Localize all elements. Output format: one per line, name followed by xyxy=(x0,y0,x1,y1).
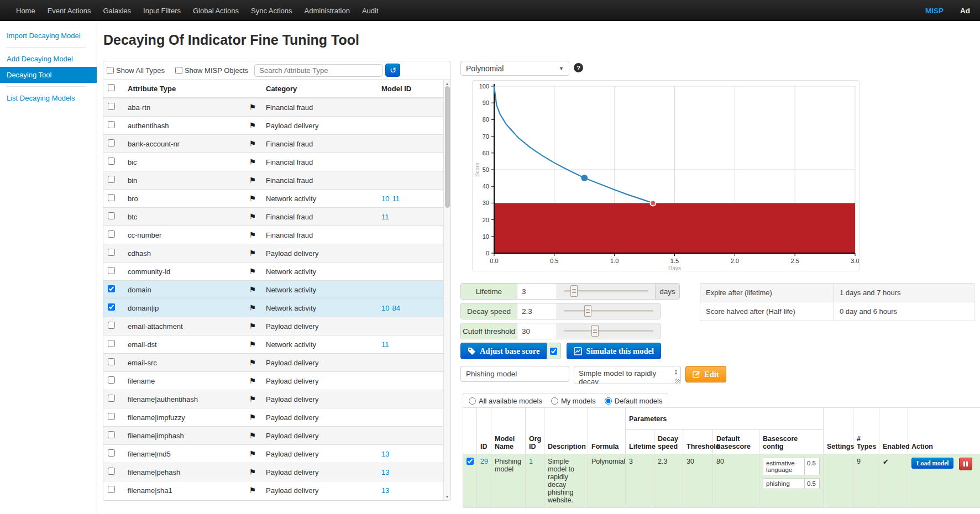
adjust-base-score-button[interactable]: Adjust base score xyxy=(460,343,547,359)
decay-chart[interactable]: 01020304050607080901000.00.51.01.52.02.5… xyxy=(473,81,859,271)
attribute-row-checkbox[interactable] xyxy=(108,139,115,146)
reset-filter-button[interactable]: ↺ xyxy=(385,64,400,77)
slider-handle[interactable] xyxy=(584,305,591,317)
attribute-row-checkbox[interactable] xyxy=(108,413,115,420)
model-id-link[interactable]: 11 xyxy=(381,340,389,349)
attribute-row[interactable]: btc⚑Financial fraud11 xyxy=(103,208,444,226)
attribute-row[interactable]: bic⚑Financial fraud xyxy=(103,153,444,171)
attribute-row[interactable]: community-id⚑Network activity xyxy=(103,263,444,281)
attribute-row[interactable]: aba-rtn⚑Financial fraud xyxy=(103,98,444,117)
model-id-link[interactable]: 13 xyxy=(381,468,389,476)
slider-value-input[interactable]: 3 xyxy=(517,284,557,299)
attribute-row-checkbox[interactable] xyxy=(108,468,115,475)
sidebar-item-add-decaying-model[interactable]: Add Decaying Model xyxy=(0,51,97,67)
slider-value-input[interactable]: 2.3 xyxy=(517,303,557,319)
attribute-row[interactable]: email-attachment⚑Payload delivery xyxy=(103,317,444,335)
model-tab-all-available-models[interactable]: All available models xyxy=(469,397,542,405)
nav-item-event-actions[interactable]: Event Actions xyxy=(41,7,97,15)
slider-value-input[interactable]: 30 xyxy=(517,323,557,339)
help-icon[interactable]: ? xyxy=(574,63,583,72)
attribute-row-checkbox[interactable] xyxy=(108,395,115,402)
attribute-row-checkbox[interactable] xyxy=(108,230,115,238)
attribute-row-checkbox[interactable] xyxy=(108,194,115,201)
attribute-row[interactable]: domain|ip⚑Network activity1084 xyxy=(103,299,444,317)
attribute-row-checkbox[interactable] xyxy=(108,212,115,219)
attribute-row-checkbox[interactable] xyxy=(108,376,115,384)
show-all-types-checkbox[interactable] xyxy=(107,67,114,74)
misp-brand-link[interactable]: MISP xyxy=(925,7,944,15)
model-id-link[interactable]: 10 xyxy=(381,304,389,312)
attribute-row-checkbox[interactable] xyxy=(108,340,115,347)
search-attribute-input[interactable] xyxy=(254,64,382,77)
attribute-row[interactable]: cdhash⚑Payload delivery xyxy=(103,244,444,263)
show-misp-objects-option[interactable]: Show MISP Objects xyxy=(175,66,248,75)
model-tab-default-models[interactable]: Default models xyxy=(605,397,663,405)
attribute-row[interactable]: bank-account-nr⚑Financial fraud xyxy=(103,135,444,153)
sidebar-item-decaying-tool[interactable]: Decaying Tool xyxy=(0,67,97,83)
nav-item-audit[interactable]: Audit xyxy=(356,7,385,15)
model-tab-my-models[interactable]: My models xyxy=(551,397,596,405)
attribute-row[interactable]: domain⚑Network activity xyxy=(103,281,444,299)
model-row-phishing[interactable]: 29 Phishing model 1 Simple model to rapi… xyxy=(463,454,980,508)
attribute-row[interactable]: cc-number⚑Financial fraud xyxy=(103,226,444,244)
attribute-row-checkbox[interactable] xyxy=(108,358,115,365)
slider-track[interactable] xyxy=(557,323,660,339)
slider-track[interactable] xyxy=(557,284,655,299)
attribute-row-checkbox[interactable] xyxy=(108,121,115,128)
attribute-row-checkbox[interactable] xyxy=(108,176,115,183)
edit-model-button[interactable]: Edit xyxy=(685,366,726,382)
model-name-input[interactable] xyxy=(460,366,569,382)
attribute-row-checkbox[interactable] xyxy=(108,303,115,311)
model-tab-radio[interactable] xyxy=(469,397,476,405)
attribute-row-checkbox[interactable] xyxy=(108,285,115,292)
model-id-link[interactable]: 11 xyxy=(381,213,389,221)
model-id-link[interactable]: 11 xyxy=(392,195,400,203)
attribute-row[interactable]: filename|pehash⚑Payload delivery13 xyxy=(103,463,444,481)
formula-select[interactable]: Polynomial ▼ xyxy=(460,61,569,76)
nav-item-global-actions[interactable]: Global Actions xyxy=(187,7,245,15)
attribute-row[interactable]: email-dst⚑Network activity11 xyxy=(103,335,444,354)
slider-handle[interactable] xyxy=(591,325,599,337)
show-all-types-option[interactable]: Show All Types xyxy=(107,66,165,75)
model-id-link[interactable]: 84 xyxy=(392,304,400,312)
model-row-checkbox[interactable] xyxy=(467,458,474,465)
sidebar-item-list-decaying-models[interactable]: List Decaying Models xyxy=(0,90,97,106)
table-scrollbar[interactable]: ▲ ▼ xyxy=(443,80,450,500)
attribute-row[interactable]: filename|impfuzzy⚑Payload delivery xyxy=(103,408,444,427)
attribute-row-checkbox[interactable] xyxy=(108,249,115,256)
attribute-row-checkbox[interactable] xyxy=(108,431,115,438)
load-model-button[interactable]: Load model xyxy=(911,458,953,469)
model-id-link[interactable]: 13 xyxy=(381,450,389,458)
user-menu[interactable]: Ad xyxy=(960,7,970,15)
pause-model-button[interactable] xyxy=(959,458,972,470)
attribute-row-checkbox[interactable] xyxy=(108,322,115,329)
attribute-row[interactable]: authentihash⚑Payload delivery xyxy=(103,117,444,135)
nav-item-galaxies[interactable]: Galaxies xyxy=(97,7,137,15)
nav-item-administration[interactable]: Administration xyxy=(298,7,356,15)
simulate-model-button[interactable]: Simulate this model xyxy=(567,343,661,359)
scroll-down-icon[interactable]: ▼ xyxy=(444,493,450,500)
slider-handle[interactable] xyxy=(570,285,578,297)
attribute-row[interactable]: filename|imphash⚑Payload delivery xyxy=(103,427,444,445)
attribute-row[interactable]: bro⚑Network activity1011 xyxy=(103,190,444,208)
attribute-row-checkbox[interactable] xyxy=(108,449,115,457)
select-all-checkbox[interactable] xyxy=(108,84,115,91)
slider-track[interactable] xyxy=(557,303,660,319)
attribute-row[interactable]: filename|sha1⚑Payload delivery13 xyxy=(103,481,444,500)
attribute-row-checkbox[interactable] xyxy=(108,103,115,110)
org-id-link[interactable]: 1 xyxy=(529,458,533,465)
model-description-textarea[interactable]: Simple model to rapidly decay xyxy=(574,366,681,384)
model-id-link[interactable]: 29 xyxy=(480,458,488,465)
attribute-row-checkbox[interactable] xyxy=(108,267,115,274)
scrollbar-thumb[interactable] xyxy=(445,86,450,208)
nav-item-home[interactable]: Home xyxy=(10,7,41,15)
model-id-link[interactable]: 13 xyxy=(381,486,389,495)
attribute-row-checkbox[interactable] xyxy=(108,486,115,493)
sidebar-item-import-decaying-model[interactable]: Import Decaying Model xyxy=(0,28,97,44)
attribute-row[interactable]: filename|md5⚑Payload delivery13 xyxy=(103,445,444,463)
attribute-row-checkbox[interactable] xyxy=(108,158,115,165)
nav-item-input-filters[interactable]: Input Filters xyxy=(137,7,187,15)
model-tab-radio[interactable] xyxy=(605,397,612,405)
attribute-row[interactable]: bin⚑Financial fraud xyxy=(103,171,444,190)
model-tab-radio[interactable] xyxy=(551,397,558,405)
